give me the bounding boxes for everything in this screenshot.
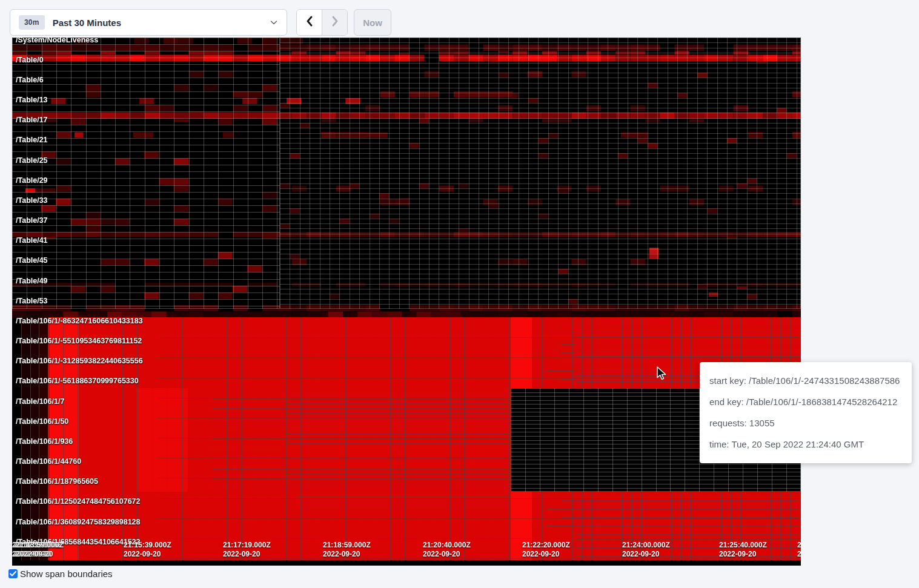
key-visualizer-map[interactable]: /System/NodeLiveness/Table/0/Table/6/Tab… <box>12 38 801 566</box>
show-span-boundaries-checkbox[interactable] <box>8 569 18 578</box>
time-range-label: Past 30 Minutes <box>53 18 270 28</box>
now-button-label: Now <box>363 18 382 28</box>
show-span-boundaries-control: Show span boundaries <box>8 569 113 579</box>
time-range-badge: 30m <box>19 15 45 30</box>
forward-arrow-button[interactable] <box>322 10 347 35</box>
tooltip-line: end key: /Table/106/1/-18683814745282642… <box>709 391 902 412</box>
time-range-select[interactable]: 30m Past 30 Minutes <box>10 9 287 36</box>
chevron-left-icon <box>305 15 314 30</box>
tooltip-line: requests: 13055 <box>709 412 902 434</box>
tooltip-line: time: Tue, 20 Sep 2022 21:24:40 GMT <box>709 434 902 455</box>
tooltip-line: start key: /Table/106/1/-247433150824388… <box>709 370 902 391</box>
show-span-boundaries-label: Show span boundaries <box>20 569 113 579</box>
now-button[interactable]: Now <box>354 9 391 36</box>
chevron-right-icon <box>330 15 340 30</box>
checkmark-icon <box>10 571 16 576</box>
heatmap-canvas[interactable] <box>12 38 801 563</box>
span-tooltip: start key: /Table/106/1/-247433150824388… <box>700 362 912 463</box>
chevron-down-icon <box>270 18 278 27</box>
back-arrow-button[interactable] <box>297 10 322 35</box>
time-nav-group <box>296 9 348 36</box>
